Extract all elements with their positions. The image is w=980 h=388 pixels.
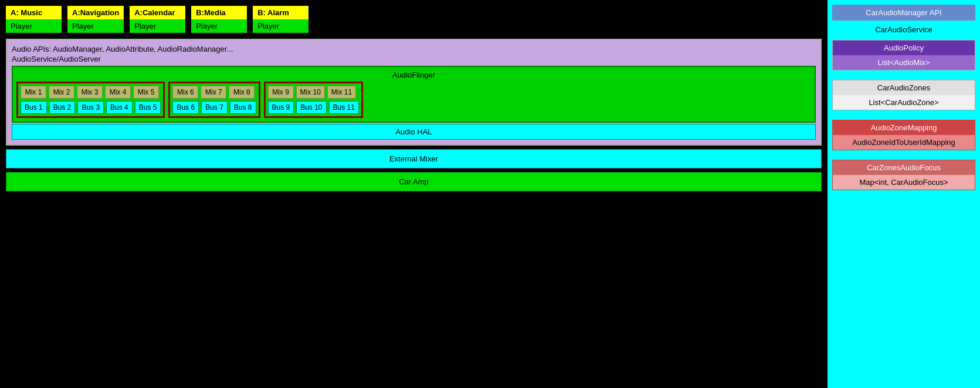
player-music-label: A: Music xyxy=(6,6,62,19)
zone2-mixes: Mix 6 Mix 7 Mix 8 xyxy=(172,86,256,99)
bus5: Bus 5 xyxy=(135,101,161,114)
audio-service-label: AudioService/AudioServer xyxy=(12,55,816,63)
bus3: Bus 3 xyxy=(77,101,104,114)
player-music-sublabel: Player xyxy=(6,19,62,33)
player-calendar-label: A:Calendar xyxy=(130,6,185,19)
right-panel: CarAudioManager API CarAudioService Audi… xyxy=(828,0,980,388)
player-media-label: B:Media xyxy=(191,6,247,19)
zone-mapping-section: AudioZoneMapping AudioZoneIdToUserIdMapp… xyxy=(832,120,975,150)
mix7: Mix 7 xyxy=(201,86,226,99)
bus11: Bus 11 xyxy=(329,101,359,114)
player-alarm-label: B: Alarm xyxy=(253,6,308,19)
external-mixer-area: External Mixer xyxy=(6,149,822,168)
player-music: A: Music Player xyxy=(6,6,62,33)
list-audio-mix-label: List<AudioMix> xyxy=(833,55,975,70)
left-panel: A: Music Player A:Navigation Player A:Ca… xyxy=(0,0,828,388)
player-media-sublabel: Player xyxy=(191,19,247,33)
bus6: Bus 6 xyxy=(172,101,199,114)
zone3-buses: Bus 9 Bus 10 Bus 11 xyxy=(268,101,359,114)
audio-policy-label: AudioPolicy xyxy=(833,41,975,55)
map-car-audio-focus-label: Map<int, CarAudioFocus> xyxy=(833,175,975,190)
player-alarm: B: Alarm Player xyxy=(253,6,308,33)
external-mixer-label: External Mixer xyxy=(389,154,438,163)
zone3-mixes: Mix 9 Mix 10 Mix 11 xyxy=(268,86,359,99)
mix10: Mix 10 xyxy=(296,86,325,99)
bus4: Bus 4 xyxy=(106,101,133,114)
audio-flinger-area: AudioFlinger Mix 1 Mix 2 Mix 3 Mix 4 Mix… xyxy=(12,66,816,123)
mix6: Mix 6 xyxy=(172,86,198,99)
policy-section: AudioPolicy List<AudioMix> xyxy=(832,40,975,70)
car-zones-audio-focus-label: CarZonesAudioFocus xyxy=(833,160,975,175)
mix11: Mix 11 xyxy=(327,86,356,99)
audio-zone-id-mapping-label: AudioZoneIdToUserIdMapping xyxy=(833,135,975,150)
diagram-area: Audio APIs: AudioManager, AudioAttribute… xyxy=(6,39,822,146)
mix4: Mix 4 xyxy=(105,86,131,99)
zones-section: CarAudioZones List<CarAudioZone> xyxy=(832,80,975,110)
car-audio-manager-api: CarAudioManager API xyxy=(832,5,975,21)
audio-zone-mapping-label: AudioZoneMapping xyxy=(833,120,975,135)
zone1-buses: Bus 1 Bus 2 Bus 3 Bus 4 Bus 5 xyxy=(21,101,161,114)
players-row: A: Music Player A:Navigation Player A:Ca… xyxy=(6,6,822,33)
audio-flinger-label: AudioFlinger xyxy=(16,70,811,79)
bus1: Bus 1 xyxy=(21,101,47,114)
bus2: Bus 2 xyxy=(49,101,76,114)
mix2: Mix 2 xyxy=(49,86,74,99)
car-audio-zones-label: CarAudioZones xyxy=(833,80,975,95)
zone2-buses: Bus 6 Bus 7 Bus 8 xyxy=(172,101,256,114)
player-navigation-sublabel: Player xyxy=(67,19,124,33)
zone1-mixes: Mix 1 Mix 2 Mix 3 Mix 4 Mix 5 xyxy=(21,86,161,99)
bus8: Bus 8 xyxy=(230,101,256,114)
zones-row: Mix 1 Mix 2 Mix 3 Mix 4 Mix 5 Bus 1 Bus … xyxy=(16,82,811,118)
mix8: Mix 8 xyxy=(229,86,255,99)
mix5: Mix 5 xyxy=(133,86,159,99)
zone2-box: Mix 6 Mix 7 Mix 8 Bus 6 Bus 7 Bus 8 xyxy=(168,82,260,118)
audio-apis-label: Audio APIs: AudioManager, AudioAttribute… xyxy=(12,45,816,53)
mix9: Mix 9 xyxy=(268,86,294,99)
audio-hal-label: Audio HAL xyxy=(395,127,432,136)
list-car-audio-zone-label: List<CarAudioZone> xyxy=(833,95,975,110)
zone1-box: Mix 1 Mix 2 Mix 3 Mix 4 Mix 5 Bus 1 Bus … xyxy=(16,82,165,118)
audio-hal-area: Audio HAL xyxy=(12,124,816,140)
mix1: Mix 1 xyxy=(21,86,46,99)
bus9: Bus 9 xyxy=(268,101,294,114)
player-navigation-label: A:Navigation xyxy=(67,6,124,19)
player-media: B:Media Player xyxy=(191,6,247,33)
zone3-box: Mix 9 Mix 10 Mix 11 Bus 9 Bus 10 Bus 11 xyxy=(264,82,363,118)
player-alarm-sublabel: Player xyxy=(253,19,308,33)
mix3: Mix 3 xyxy=(77,86,103,99)
audio-focus-section: CarZonesAudioFocus Map<int, CarAudioFocu… xyxy=(832,160,975,190)
bus10: Bus 10 xyxy=(296,101,326,114)
player-calendar: A:Calendar Player xyxy=(130,6,185,33)
car-amp-label: Car Amp xyxy=(399,177,429,186)
car-audio-service-label: CarAudioService xyxy=(832,23,975,36)
bus7: Bus 7 xyxy=(201,101,228,114)
car-amp-area: Car Amp xyxy=(6,172,822,191)
player-navigation: A:Navigation Player xyxy=(67,6,124,33)
player-calendar-sublabel: Player xyxy=(130,19,185,33)
